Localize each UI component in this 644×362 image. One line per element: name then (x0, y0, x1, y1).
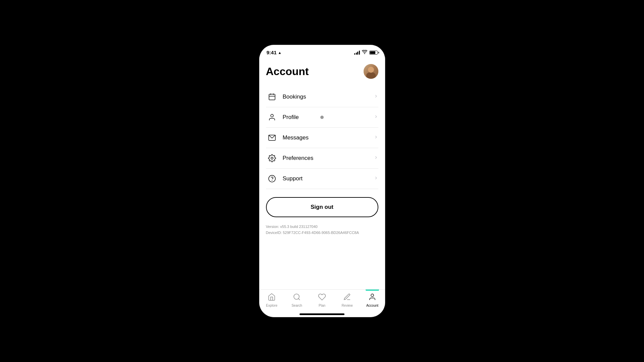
profile-label: Profile (283, 114, 374, 121)
svg-point-6 (271, 157, 273, 159)
nav-item-plan[interactable]: Plan (310, 292, 335, 307)
wifi-icon (362, 50, 367, 55)
messages-chevron (374, 135, 378, 141)
search-label: Search (291, 304, 302, 307)
svg-rect-0 (269, 94, 275, 100)
sign-out-button[interactable]: Sign out (266, 197, 378, 217)
bookings-icon (266, 93, 278, 101)
nav-item-account[interactable]: Account (360, 292, 385, 307)
heart-icon (318, 293, 326, 302)
page-title: Account (266, 65, 309, 78)
home-icon (268, 293, 276, 302)
bookings-chevron (374, 94, 378, 100)
svg-point-4 (271, 114, 273, 117)
account-icon (368, 293, 376, 302)
status-bar: 9:41 ▲ (259, 45, 385, 57)
search-icon (293, 293, 301, 302)
tooltip-dot (320, 116, 324, 119)
account-label: Account (366, 304, 378, 307)
preferences-icon (266, 154, 278, 162)
profile-icon (266, 113, 278, 121)
avatar[interactable] (364, 64, 378, 79)
svg-line-10 (299, 299, 300, 300)
page-header: Account (266, 64, 378, 79)
menu-list: Bookings Profile (266, 87, 378, 189)
bookings-label: Bookings (283, 94, 374, 100)
phone-container: 9:41 ▲ (259, 45, 385, 317)
support-menu-item[interactable]: Support (266, 169, 378, 189)
location-icon: ▲ (278, 51, 282, 55)
bottom-nav: Explore Search Plan (259, 289, 385, 317)
messages-menu-item[interactable]: Messages (266, 128, 378, 148)
home-indicator (300, 313, 344, 315)
messages-icon (266, 134, 278, 142)
preferences-menu-item[interactable]: Preferences (266, 148, 378, 169)
bookings-menu-item[interactable]: Bookings (266, 87, 378, 107)
status-time: 9:41 ▲ (267, 50, 282, 55)
device-id: DeviceID: 529F72CC-F493-4D66-9065-BD26A4… (266, 230, 378, 236)
profile-menu-item[interactable]: Profile (266, 107, 378, 128)
preferences-chevron (374, 155, 378, 161)
nav-item-search[interactable]: Search (284, 292, 310, 307)
preferences-label: Preferences (283, 155, 374, 162)
svg-point-9 (294, 294, 299, 299)
status-icons (354, 50, 378, 55)
battery-icon (369, 51, 378, 55)
edit-icon (343, 293, 351, 302)
version-number: Version: v55.3 build 231127040 (266, 224, 378, 230)
messages-label: Messages (283, 134, 374, 141)
explore-label: Explore (266, 304, 277, 307)
svg-point-11 (371, 294, 374, 297)
signal-icon (354, 51, 360, 55)
version-info: Version: v55.3 build 231127040 DeviceID:… (266, 224, 378, 242)
nav-item-explore[interactable]: Explore (259, 292, 284, 307)
svg-point-7 (269, 175, 275, 182)
support-label: Support (283, 175, 374, 182)
plan-label: Plan (319, 304, 325, 307)
support-icon (266, 175, 278, 183)
review-label: Review (342, 304, 353, 307)
nav-item-review[interactable]: Review (335, 292, 360, 307)
support-chevron (374, 176, 378, 182)
main-content: Account Bookings (259, 57, 385, 287)
profile-chevron (374, 114, 378, 120)
